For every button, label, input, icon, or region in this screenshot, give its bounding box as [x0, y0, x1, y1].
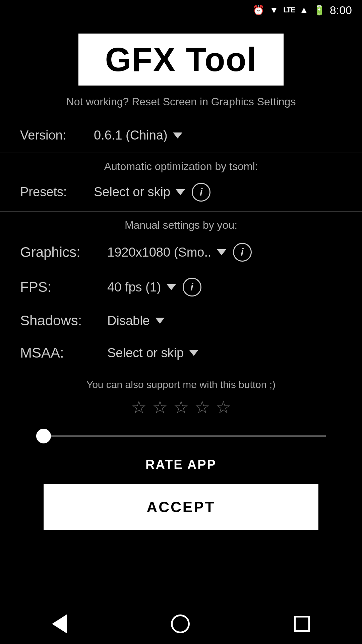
- graphics-row: Graphics: 644x362 (Smo.. i: [0, 235, 362, 270]
- presets-value: Select or skip: [94, 185, 170, 199]
- graphics-info-icon: i: [241, 247, 243, 258]
- presets-info-icon: i: [200, 186, 202, 198]
- alarm-icon: ⏰: [253, 5, 264, 16]
- rating-slider[interactable]: [36, 435, 326, 437]
- presets-section-header: Automatic optimization by tsoml:: [0, 153, 362, 178]
- graphics-label: Graphics:: [20, 244, 101, 260]
- presets-row: Presets: Select or skip i: [0, 178, 362, 212]
- msaa-label: MSAA:: [20, 345, 101, 361]
- star-1[interactable]: ☆: [131, 397, 147, 417]
- back-icon: [52, 614, 67, 633]
- fps-info-button[interactable]: i: [183, 278, 201, 297]
- shadows-label: Shadows:: [20, 313, 101, 329]
- shadows-value: Disable: [107, 314, 150, 328]
- fps-info-icon: i: [190, 281, 193, 293]
- presets-info-button[interactable]: i: [192, 183, 210, 202]
- status-bar: ⏰ ▼ LTE ▲ 🔋 8:00: [0, 0, 362, 20]
- msaa-chevron-icon: [189, 350, 198, 356]
- graphics-value: 644x362 (Smo..: [107, 245, 212, 260]
- logo-container: GFX Tool: [78, 34, 284, 86]
- stars-row[interactable]: ☆ ☆ ☆ ☆ ☆: [131, 397, 231, 417]
- presets-dropdown[interactable]: Select or skip: [94, 181, 185, 203]
- star-3[interactable]: ☆: [173, 397, 189, 417]
- accept-button[interactable]: ACCEPT: [44, 484, 319, 530]
- version-label: Version:: [20, 128, 87, 143]
- star-5[interactable]: ☆: [216, 397, 231, 417]
- msaa-row: MSAA: Select or skip: [0, 337, 362, 369]
- status-time: 8:00: [330, 4, 352, 17]
- star-4[interactable]: ☆: [194, 397, 210, 417]
- msaa-dropdown[interactable]: Select or skip: [107, 346, 198, 360]
- fps-chevron-icon: [167, 284, 176, 290]
- star-2[interactable]: ☆: [152, 397, 168, 417]
- home-icon: [171, 614, 190, 633]
- shadows-dropdown[interactable]: Disable: [107, 314, 165, 328]
- recent-button[interactable]: [294, 616, 310, 632]
- version-dropdown[interactable]: 0.6.1 (China): [94, 125, 182, 146]
- shadows-row: Shadows: Disable: [0, 305, 362, 337]
- home-button[interactable]: [171, 614, 190, 633]
- graphics-info-button[interactable]: i: [233, 243, 252, 262]
- fps-label: FPS:: [20, 279, 101, 295]
- version-row: Version: 0.6.1 (China): [0, 118, 362, 153]
- signal-icon: ▲: [299, 5, 309, 15]
- msaa-value: Select or skip: [107, 346, 184, 360]
- presets-chevron-icon: [176, 189, 185, 195]
- navigation-bar: [0, 607, 362, 644]
- subtitle-text: Not working? Reset Screen in Graphics Se…: [53, 96, 309, 108]
- logo-text: GFX Tool: [105, 41, 257, 78]
- graphics-chevron-icon: [217, 249, 226, 255]
- presets-label: Presets:: [20, 185, 87, 199]
- fps-dropdown[interactable]: 40 fps (1): [107, 280, 176, 294]
- support-text: You can also support me with this button…: [73, 379, 289, 390]
- version-value: 0.6.1 (China): [94, 128, 168, 143]
- recent-icon: [294, 616, 310, 632]
- graphics-dropdown[interactable]: 644x362 (Smo..: [107, 245, 226, 260]
- wifi-icon: ▼: [269, 5, 279, 15]
- fps-value: 40 fps (1): [107, 280, 161, 294]
- rate-app-button[interactable]: RATE APP: [145, 458, 217, 472]
- shadows-chevron-icon: [155, 318, 165, 324]
- manual-section-header: Manual settings by you:: [0, 212, 362, 235]
- battery-icon: 🔋: [313, 5, 325, 16]
- lte-icon: LTE: [283, 6, 295, 14]
- fps-row: FPS: 40 fps (1) i: [0, 270, 362, 305]
- back-button[interactable]: [52, 614, 67, 633]
- slider-container: [36, 429, 326, 443]
- version-chevron-icon: [173, 132, 182, 139]
